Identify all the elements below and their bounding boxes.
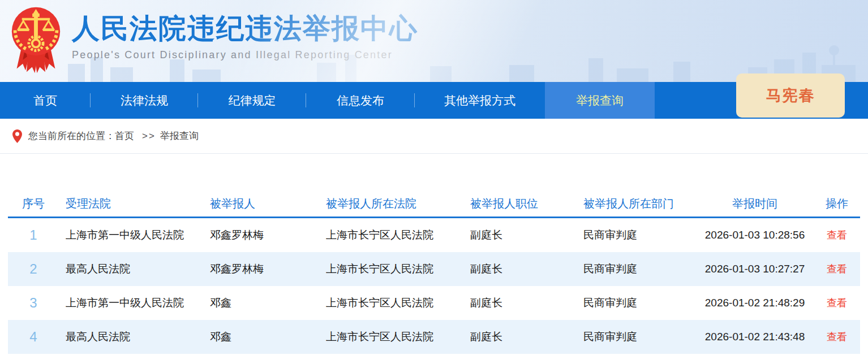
nav-item-discipline-rules[interactable]: 纪律规定 (198, 82, 306, 119)
view-link[interactable]: 查看 (827, 230, 847, 241)
reported-person: 邓鑫罗林梅 (203, 262, 319, 276)
nav-item-laws[interactable]: 法律法规 (91, 82, 198, 119)
row-number: 1 (8, 227, 59, 243)
table-row: 4 最高人民法院 邓鑫 上海市长宁区人民法院 副庭长 民商审判庭 2026-01… (8, 320, 860, 354)
reported-person-position: 副庭长 (463, 262, 577, 276)
breadcrumb-home-link[interactable]: 首页 (115, 131, 134, 141)
reported-person-court: 上海市长宁区人民法院 (319, 296, 463, 310)
site-title-block: 人民法院违纪违法举报中心 People's Court Disciplinary… (72, 12, 418, 61)
reported-person-department: 民商审判庭 (577, 228, 695, 243)
row-number: 2 (8, 261, 59, 277)
reported-person-court: 上海市长宁区人民法院 (319, 330, 463, 344)
nav-item-information[interactable]: 信息发布 (306, 82, 415, 119)
column-header-report-time: 举报时间 (695, 196, 814, 211)
breadcrumb: 您当前所在的位置： 首页 >> 举报查询 (0, 119, 868, 154)
accepting-court: 上海市第一中级人民法院 (59, 296, 203, 310)
view-link[interactable]: 查看 (827, 331, 847, 343)
table-header-row: 序号 受理法院 被举报人 被举报人所在法院 被举报人职位 被举报人所在部门 举报… (8, 191, 860, 218)
column-header-reported-person: 被举报人 (203, 196, 319, 211)
accepting-court: 最高人民法院 (59, 262, 203, 276)
nav-item-home[interactable]: 首页 (0, 82, 91, 119)
reported-person-position: 副庭长 (463, 330, 577, 344)
report-time: 2026-01-02 21:43:48 (695, 331, 814, 343)
view-link[interactable]: 查看 (827, 297, 847, 309)
table-row: 3 上海市第一中级人民法院 邓鑫 上海市长宁区人民法院 副庭长 民商审判庭 20… (8, 286, 860, 320)
column-header-accepting-court: 受理法院 (59, 196, 203, 211)
accepting-court: 上海市第一中级人民法院 (59, 228, 203, 243)
location-pin-icon (12, 129, 22, 143)
table-row: 1 上海市第一中级人民法院 邓鑫罗林梅 上海市长宁区人民法院 副庭长 民商审判庭… (8, 218, 860, 252)
page: 人民法院违纪违法举报中心 People's Court Disciplinary… (0, 0, 868, 355)
column-header-reported-person-court: 被举报人所在法院 (319, 196, 463, 211)
report-time: 2026-01-02 21:48:29 (695, 297, 814, 309)
column-header-position: 被举报人职位 (463, 196, 577, 211)
reported-person-department: 民商审判庭 (577, 296, 695, 310)
site-subtitle: People's Court Disciplinary and Illegal … (72, 49, 418, 61)
report-time: 2026-01-03 10:28:56 (695, 229, 814, 241)
breadcrumb-separator: >> (142, 131, 156, 142)
report-time: 2026-01-03 10:27:27 (695, 263, 814, 275)
row-number: 3 (8, 295, 59, 311)
reported-person-position: 副庭长 (463, 296, 577, 310)
site-title: 人民法院违纪违法举报中心 (72, 12, 418, 44)
breadcrumb-current: 举报查询 (160, 129, 199, 142)
column-header-no: 序号 (8, 196, 59, 211)
nav-item-report-query[interactable]: 举报查询 (545, 82, 655, 119)
nav-item-other-report-methods[interactable]: 其他举报方式 (415, 82, 545, 119)
reported-person: 邓鑫 (203, 330, 319, 344)
reported-person: 邓鑫 (203, 296, 319, 310)
user-name: 马宪春 (766, 85, 815, 106)
row-number: 4 (8, 329, 59, 345)
reported-person-position: 副庭长 (463, 228, 577, 243)
reported-person-department: 民商审判庭 (577, 262, 695, 276)
report-table: 序号 受理法院 被举报人 被举报人所在法院 被举报人职位 被举报人所在部门 举报… (8, 191, 860, 354)
breadcrumb-prefix: 您当前所在的位置： (28, 129, 115, 142)
view-link[interactable]: 查看 (827, 263, 847, 275)
court-emblem-logo (8, 4, 63, 77)
reported-person: 邓鑫罗林梅 (203, 228, 319, 243)
reported-person-court: 上海市长宁区人民法院 (319, 228, 463, 243)
content-area: 序号 受理法院 被举报人 被举报人所在法院 被举报人职位 被举报人所在部门 举报… (0, 191, 868, 354)
user-name-badge[interactable]: 马宪春 (736, 73, 845, 118)
table-row: 2 最高人民法院 邓鑫罗林梅 上海市长宁区人民法院 副庭长 民商审判庭 2026… (8, 252, 860, 286)
column-header-action: 操作 (814, 196, 860, 211)
reported-person-court: 上海市长宁区人民法院 (319, 262, 463, 276)
site-header: 人民法院违纪违法举报中心 People's Court Disciplinary… (0, 0, 868, 82)
accepting-court: 最高人民法院 (59, 330, 203, 344)
reported-person-department: 民商审判庭 (577, 330, 695, 344)
column-header-department: 被举报人所在部门 (577, 196, 695, 211)
